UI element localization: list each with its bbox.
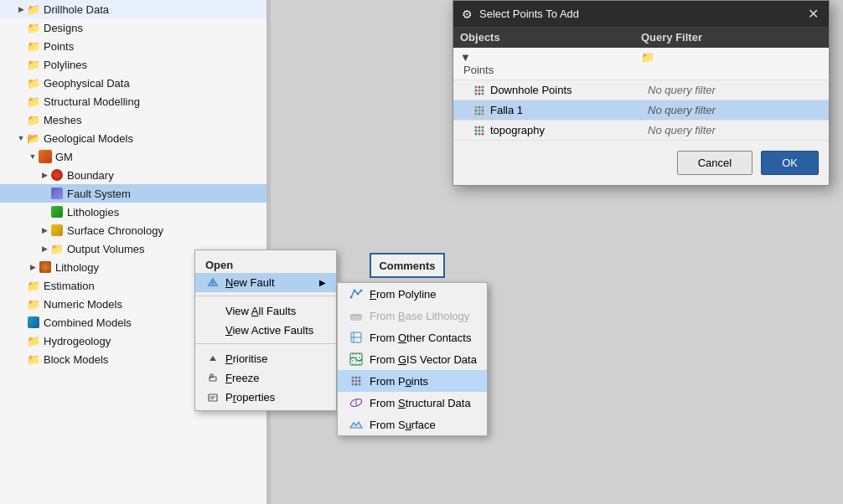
submenu-label-from-points: From Points	[370, 375, 428, 388]
falla1-query: No query filter	[648, 104, 822, 116]
svg-point-43	[475, 126, 478, 128]
freeze-icon	[205, 373, 220, 383]
ctx-submenu-arrow: ▶	[319, 278, 326, 287]
tree-item-surface-chron[interactable]: ▶ Surface Chronology	[0, 221, 267, 239]
ctx-label-view-all: View All Faults	[225, 305, 296, 317]
ctx-item-view-active[interactable]: View Active Faults	[195, 321, 336, 340]
boundary-icon	[50, 168, 64, 182]
column-query-filter: Query Filter	[641, 31, 822, 44]
lithology-icon	[39, 260, 52, 274]
tree-label-boundary: Boundary	[67, 169, 114, 182]
ok-button[interactable]: OK	[761, 151, 819, 175]
tree-label-geological: Geological Models	[44, 132, 133, 145]
svg-point-42	[482, 112, 484, 115]
svg-point-47	[478, 129, 481, 131]
ctx-label-new-fault: New Fault	[225, 276, 275, 289]
submenu-item-from-polyline[interactable]: From Polyline	[338, 283, 487, 305]
tree-item-meshes[interactable]: ▶ 📁 Meshes	[0, 111, 267, 129]
dialog-titlebar: ⚙ Select Points To Add ✕	[453, 1, 829, 27]
dialog-close-button[interactable]: ✕	[806, 6, 820, 22]
dialog-table-header: Objects Query Filter	[453, 27, 829, 48]
cancel-button[interactable]: Cancel	[677, 151, 752, 175]
surface-sm-icon	[348, 418, 365, 431]
tree-arrow-drillhole[interactable]: ▶	[15, 3, 27, 15]
submenu-item-from-structural[interactable]: From Structural Data	[338, 392, 487, 414]
tree-arrow-surface[interactable]: ▶	[39, 224, 50, 236]
ctx-item-new-fault[interactable]: New Fault ▶	[195, 273, 336, 292]
tree-item-designs[interactable]: ▶ 📁 Designs	[0, 18, 267, 37]
tree-item-drillhole[interactable]: ▶ 📁 Drillhole Data	[0, 0, 267, 18]
ctx-item-view-all[interactable]: View All Faults	[195, 301, 336, 321]
svg-point-22	[359, 383, 361, 386]
submenu-item-from-other-contacts[interactable]: From Other Contacts	[338, 327, 487, 348]
group-folder-icon: 📁	[641, 51, 822, 64]
svg-point-49	[475, 132, 478, 135]
context-menu-header: Open	[195, 255, 336, 273]
svg-point-18	[355, 380, 358, 383]
prioritise-icon	[205, 354, 220, 364]
fault-icon	[50, 187, 64, 200]
tree-item-fault-system[interactable]: ▶ Fault System	[0, 184, 267, 203]
submenu-item-from-surface[interactable]: From Surface	[338, 414, 487, 435]
svg-point-26	[478, 85, 481, 88]
group-arrow: ▼	[460, 51, 638, 64]
dialog-row-falla1[interactable]: Falla 1 No query filter	[453, 100, 829, 121]
svg-point-25	[475, 85, 478, 88]
tree-label-estimation: Estimation	[44, 280, 95, 292]
lith-icon	[50, 205, 64, 219]
folder-icon: 📁	[27, 58, 40, 71]
folder-icon: 📁	[27, 76, 40, 90]
tree-item-polylines[interactable]: ▶ 📁 Polylines	[0, 55, 267, 74]
tree-item-structural[interactable]: ▶ 📁 Structural Modelling	[0, 92, 267, 111]
dialog-title: Select Points To Add	[479, 8, 806, 20]
tree-item-points[interactable]: ▶ 📁 Points	[0, 37, 267, 55]
ctx-item-prioritise[interactable]: Prioritise	[195, 349, 336, 368]
dialog-group-points[interactable]: ▼ 📁 Points	[453, 48, 829, 80]
tree-item-boundary[interactable]: ▶ Boundary	[0, 166, 267, 184]
tree-label-fault-system: Fault System	[67, 188, 131, 200]
submenu-item-from-gis[interactable]: From GIS Vector Data	[338, 348, 487, 370]
ctx-label-prioritise: Prioritise	[225, 352, 268, 365]
svg-point-51	[482, 132, 484, 135]
folder-icon: 📁	[50, 242, 64, 255]
comments-label: Comments	[379, 260, 435, 272]
svg-point-32	[478, 92, 481, 95]
downhole-query: No query filter	[648, 84, 822, 96]
svg-point-16	[359, 377, 361, 379]
svg-point-15	[355, 377, 358, 379]
tree-item-geophysical[interactable]: ▶ 📁 Geophysical Data	[0, 74, 267, 92]
tree-arrow-gm[interactable]: ▼	[27, 151, 39, 162]
svg-point-19	[359, 380, 361, 383]
folder-icon: 📁	[27, 95, 40, 108]
column-objects: Objects	[460, 31, 641, 44]
svg-point-41	[478, 112, 481, 115]
svg-point-38	[478, 109, 481, 111]
svg-point-39	[482, 109, 484, 111]
surface-icon	[50, 224, 64, 237]
submenu-new-fault: From Polyline From Base Lithology From O…	[337, 282, 488, 436]
tree-label-polylines: Polylines	[44, 59, 87, 71]
ctx-item-freeze[interactable]: Freeze	[195, 368, 336, 388]
tree-arrow-geological[interactable]: ▼	[15, 132, 27, 144]
tree-arrow-output[interactable]: ▶	[39, 243, 50, 255]
dialog-row-downhole[interactable]: Downhole Points No query filter	[453, 80, 829, 100]
falla1-icon	[473, 105, 485, 116]
dialog-row-topography[interactable]: topography No query filter	[453, 121, 829, 141]
svg-point-46	[475, 129, 478, 131]
ctx-label-freeze: Freeze	[225, 372, 259, 384]
ctx-item-properties[interactable]: Properties	[195, 388, 336, 407]
submenu-label-from-structural: From Structural Data	[370, 397, 471, 409]
tree-item-geological[interactable]: ▼ 📂 Geological Models	[0, 129, 267, 147]
tree-item-gm[interactable]: ▼ GM	[0, 147, 267, 166]
tree-arrow-boundary[interactable]: ▶	[39, 169, 50, 181]
tree-label-combined: Combined Models	[44, 316, 132, 329]
tree-arrow-lithology[interactable]: ▶	[27, 261, 39, 273]
tree-label-lithology: Lithology	[55, 261, 99, 274]
tree-label-drillhole: Drillhole Data	[44, 3, 109, 16]
tree-label-points: Points	[44, 40, 74, 53]
tree-item-lithologies[interactable]: ▶ Lithologies	[0, 203, 267, 221]
submenu-item-from-points[interactable]: From Points	[338, 370, 487, 392]
polyline-icon	[348, 287, 365, 301]
svg-point-44	[478, 126, 481, 128]
tree-label-surface-chron: Surface Chronology	[67, 224, 163, 237]
